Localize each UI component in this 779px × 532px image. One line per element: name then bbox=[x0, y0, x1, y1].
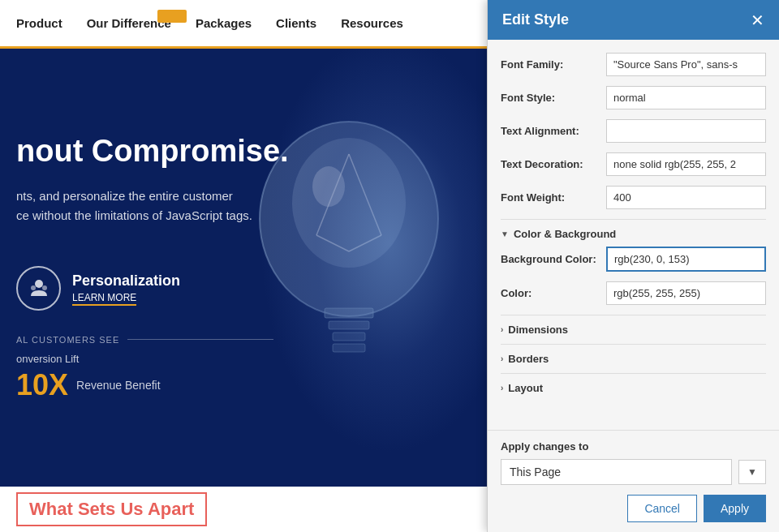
font-style-row: Font Style: bbox=[501, 86, 766, 109]
hero-subtitle: nts, and personalize the entire customer… bbox=[16, 187, 276, 225]
background-color-row: Background Color: bbox=[501, 247, 766, 272]
conversion-label: onversion Lift bbox=[16, 353, 479, 365]
borders-chevron-icon: › bbox=[501, 354, 503, 363]
svg-line-4 bbox=[349, 235, 381, 251]
font-style-input[interactable] bbox=[606, 86, 766, 109]
hero-title: nout Compromise. bbox=[16, 133, 479, 170]
personalization-block: Personalization LEARN MORE bbox=[16, 266, 479, 311]
borders-section-header[interactable]: › Borders bbox=[501, 344, 766, 373]
apply-changes-label: Apply changes to bbox=[501, 440, 766, 453]
apply-scope-select[interactable]: This Page bbox=[501, 459, 732, 485]
font-family-input[interactable] bbox=[606, 53, 766, 76]
font-weight-input[interactable] bbox=[606, 186, 766, 209]
svg-point-12 bbox=[31, 285, 36, 290]
color-section-chevron-icon: ▼ bbox=[501, 230, 509, 238]
orange-cta-button[interactable] bbox=[157, 10, 187, 23]
apply-dropdown-row: This Page ▼ bbox=[501, 459, 766, 485]
svg-point-11 bbox=[35, 280, 43, 288]
panel-header: Edit Style ✕ bbox=[488, 0, 779, 40]
font-style-label: Font Style: bbox=[501, 92, 606, 104]
panel-footer: Apply changes to This Page ▼ Cancel Appl… bbox=[488, 430, 779, 532]
font-weight-label: Font Weight: bbox=[501, 191, 606, 204]
color-label: Color: bbox=[501, 287, 606, 299]
hero-section: nout Compromise. nts, and personalize th… bbox=[0, 49, 495, 487]
font-weight-row: Font Weight: bbox=[501, 186, 766, 209]
panel-title: Edit Style bbox=[502, 11, 569, 28]
text-alignment-input[interactable] bbox=[606, 119, 766, 143]
text-decoration-label: Text Decoration: bbox=[501, 158, 606, 170]
close-button[interactable]: ✕ bbox=[751, 12, 764, 28]
bottom-strip: What Sets Us Apart bbox=[0, 487, 495, 532]
edit-style-panel: Edit Style ✕ Font Family: Font Style: Te… bbox=[487, 0, 779, 532]
font-family-label: Font Family: bbox=[501, 58, 606, 71]
borders-label: Borders bbox=[508, 353, 549, 365]
font-family-row: Font Family: bbox=[501, 53, 766, 76]
svg-rect-7 bbox=[329, 321, 369, 329]
text-decoration-row: Text Decoration: bbox=[501, 152, 766, 176]
text-decoration-input[interactable] bbox=[606, 152, 766, 176]
apply-button[interactable]: Apply bbox=[704, 495, 766, 522]
website-background: Product Our Difference Packages Clients … bbox=[0, 0, 495, 532]
nav-item-product[interactable]: Product bbox=[16, 16, 62, 30]
cancel-button[interactable]: Cancel bbox=[627, 495, 697, 522]
background-color-label: Background Color: bbox=[501, 253, 606, 265]
dimensions-label: Dimensions bbox=[508, 324, 568, 336]
nav-item-packages[interactable]: Packages bbox=[196, 16, 252, 30]
text-alignment-row: Text Alignment: bbox=[501, 119, 766, 143]
text-alignment-label: Text Alignment: bbox=[501, 125, 606, 137]
layout-chevron-icon: › bbox=[501, 384, 503, 393]
personalization-icon bbox=[16, 266, 61, 311]
dimensions-chevron-icon: › bbox=[501, 325, 503, 334]
what-sets-heading: What Sets Us Apart bbox=[16, 492, 207, 526]
color-section-header[interactable]: ▼ Color & Background bbox=[501, 219, 766, 247]
color-row: Color: bbox=[501, 281, 766, 305]
nav-item-clients[interactable]: Clients bbox=[276, 16, 316, 30]
learn-more-link[interactable]: LEARN MORE bbox=[72, 292, 136, 306]
svg-point-10 bbox=[312, 166, 345, 207]
dropdown-arrow-button[interactable]: ▼ bbox=[738, 460, 766, 484]
layout-section-header[interactable]: › Layout bbox=[501, 373, 766, 402]
svg-line-3 bbox=[316, 235, 349, 251]
personalization-text: Personalization LEARN MORE bbox=[72, 272, 180, 304]
color-input[interactable] bbox=[606, 281, 766, 305]
panel-body: Font Family: Font Style: Text Alignment:… bbox=[488, 40, 779, 430]
stats-description: Revenue Benefit bbox=[76, 379, 161, 392]
dimensions-section-header[interactable]: › Dimensions bbox=[501, 315, 766, 344]
stats-number: 10X bbox=[16, 368, 68, 402]
nav-bar: Product Our Difference Packages Clients … bbox=[0, 0, 495, 49]
background-color-input[interactable] bbox=[606, 247, 766, 272]
nav-item-resources[interactable]: Resources bbox=[341, 16, 403, 30]
svg-point-13 bbox=[42, 285, 47, 290]
footer-buttons: Cancel Apply bbox=[501, 495, 766, 522]
stats-label: AL CUSTOMERS SEE bbox=[16, 335, 479, 345]
stats-section: AL CUSTOMERS SEE onversion Lift 10X Reve… bbox=[16, 335, 479, 402]
stats-row: 10X Revenue Benefit bbox=[16, 368, 479, 402]
color-section-label: Color & Background bbox=[514, 228, 616, 240]
layout-label: Layout bbox=[508, 382, 543, 394]
